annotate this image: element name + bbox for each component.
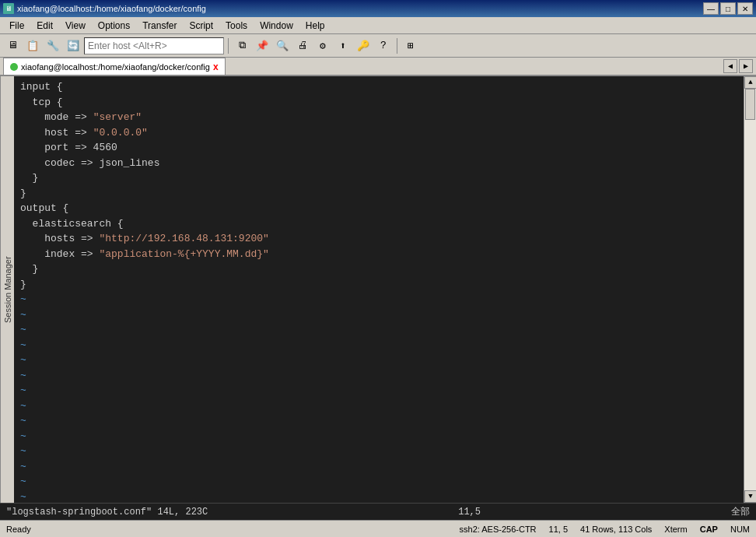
- tilde-3: ~: [20, 322, 737, 338]
- tilde-13: ~: [20, 474, 737, 490]
- copy2-button[interactable]: ⧉: [233, 37, 251, 55]
- transfer2-button[interactable]: ⬆: [334, 37, 352, 55]
- tab-navigation: ◀ ▶: [723, 59, 753, 73]
- refresh-button[interactable]: 🔄: [64, 37, 82, 55]
- scrollbar-track[interactable]: [744, 89, 756, 490]
- help-button[interactable]: ?: [374, 37, 393, 55]
- tilde-7: ~: [20, 383, 737, 398]
- menu-window[interactable]: Window: [254, 19, 299, 33]
- title-bar: 🖥 xiaofang@localhost:/home/xiaofang/dock…: [0, 0, 756, 17]
- status-right: ssh2: AES-256-CTR 11, 5 41 Rows, 113 Col…: [460, 525, 750, 534]
- extra-button[interactable]: ⊞: [401, 37, 420, 55]
- tilde-5: ~: [20, 353, 737, 368]
- status-bar: Ready ssh2: AES-256-CTR 11, 5 41 Rows, 1…: [0, 520, 756, 537]
- code-line-7: }: [20, 170, 737, 186]
- print-button[interactable]: 🖨: [293, 37, 312, 55]
- cursor-position: 11,5: [458, 507, 481, 518]
- tilde-10: ~: [20, 429, 737, 444]
- copy-button[interactable]: 📋: [23, 37, 42, 55]
- menu-help[interactable]: Help: [299, 19, 331, 33]
- tilde-11: ~: [20, 444, 737, 459]
- title-bar-left: 🖥 xiaofang@localhost:/home/xiaofang/dock…: [3, 3, 206, 14]
- status-position: 11, 5: [549, 525, 568, 534]
- toolbar-separator-1: [228, 38, 229, 54]
- title-bar-title: xiaofang@localhost:/home/xiaofang/docker…: [17, 4, 206, 13]
- tab-bar: xiaofang@localhost:/home/xiaofang/docker…: [0, 58, 756, 76]
- status-dimensions: 41 Rows, 113 Cols: [580, 525, 652, 534]
- app-icon: 🖥: [3, 3, 14, 14]
- toolbar-separator-2: [397, 38, 397, 54]
- paste-button[interactable]: 📌: [253, 37, 271, 55]
- menu-view[interactable]: View: [59, 19, 92, 33]
- maximize-button[interactable]: □: [720, 2, 736, 15]
- find-button[interactable]: 🔍: [273, 37, 292, 55]
- menu-edit[interactable]: Edit: [30, 19, 59, 33]
- properties-button[interactable]: 🔧: [44, 37, 62, 55]
- status-num: NUM: [730, 525, 750, 534]
- file-info: "logstash-springboot.conf" 14L, 223C: [6, 507, 208, 518]
- editor[interactable]: input { tcp { mode => "server" host => "…: [14, 76, 744, 503]
- close-button[interactable]: ✕: [737, 2, 753, 15]
- status-ready: Ready: [6, 525, 53, 534]
- tilde-12: ~: [20, 459, 737, 475]
- scroll-down-button[interactable]: ▼: [744, 490, 756, 503]
- code-line-12: index => "application-%{+YYYY.MM.dd}": [20, 247, 737, 262]
- tilde-1: ~: [20, 292, 737, 307]
- menu-transfer[interactable]: Transfer: [136, 19, 183, 33]
- tilde-4: ~: [20, 338, 737, 353]
- menu-options[interactable]: Options: [92, 19, 136, 33]
- menu-bar: File Edit View Options Transfer Script T…: [0, 17, 756, 34]
- status-ssh: ssh2: AES-256-CTR: [460, 525, 537, 534]
- code-line-10: elasticsearch {: [20, 216, 737, 232]
- code-line-8: }: [20, 186, 737, 202]
- code-line-14: }: [20, 277, 737, 293]
- vertical-scrollbar[interactable]: ▲ ▼: [744, 76, 756, 503]
- vim-statusline: "logstash-springboot.conf" 14L, 223C 11,…: [0, 503, 756, 520]
- menu-script[interactable]: Script: [183, 19, 219, 33]
- scrollbar-thumb[interactable]: [745, 89, 755, 120]
- code-line-4: host => "0.0.0.0": [20, 125, 737, 141]
- host-input[interactable]: [84, 37, 224, 54]
- title-bar-buttons[interactable]: — □ ✕: [703, 2, 753, 15]
- tilde-14: ~: [20, 490, 737, 504]
- scroll-up-button[interactable]: ▲: [744, 76, 756, 89]
- code-line-13: }: [20, 261, 737, 277]
- code-line-1: input {: [20, 79, 737, 95]
- tilde-2: ~: [20, 307, 737, 323]
- tilde-8: ~: [20, 398, 737, 414]
- code-line-6: codec => json_lines: [20, 156, 737, 171]
- code-line-11: hosts => "http://192.168.48.131:9200": [20, 231, 737, 247]
- settings-button[interactable]: ⚙: [313, 37, 332, 55]
- tab-next-button[interactable]: ▶: [739, 59, 753, 73]
- tab-prev-button[interactable]: ◀: [723, 59, 737, 73]
- tilde-6: ~: [20, 368, 737, 384]
- new-connection-button[interactable]: 🖥: [3, 37, 22, 55]
- code-line-3: mode => "server": [20, 110, 737, 125]
- key-button[interactable]: 🔑: [354, 37, 373, 55]
- code-line-2: tcp {: [20, 95, 737, 111]
- code-line-5: port => 4560: [20, 140, 737, 156]
- tab-close-button[interactable]: x: [213, 61, 219, 72]
- minimize-button[interactable]: —: [703, 2, 719, 15]
- tilde-9: ~: [20, 413, 737, 429]
- session-manager[interactable]: Session Manager: [0, 76, 14, 503]
- code-line-9: output {: [20, 201, 737, 216]
- tab-indicator: [10, 63, 18, 71]
- status-terminal: Xterm: [664, 525, 687, 534]
- scroll-all: 全部: [731, 505, 750, 518]
- active-tab[interactable]: xiaofang@localhost:/home/xiaofang/docker…: [3, 58, 226, 75]
- tab-label: xiaofang@localhost:/home/xiaofang/docker…: [21, 62, 210, 72]
- menu-tools[interactable]: Tools: [219, 19, 254, 33]
- status-cap: CAP: [700, 525, 718, 534]
- toolbar: 🖥 📋 🔧 🔄 ⧉ 📌 🔍 🖨 ⚙ ⬆ 🔑 ? ⊞: [0, 34, 756, 58]
- menu-file[interactable]: File: [3, 19, 30, 33]
- main-area: Session Manager input { tcp { mode => "s…: [0, 76, 756, 503]
